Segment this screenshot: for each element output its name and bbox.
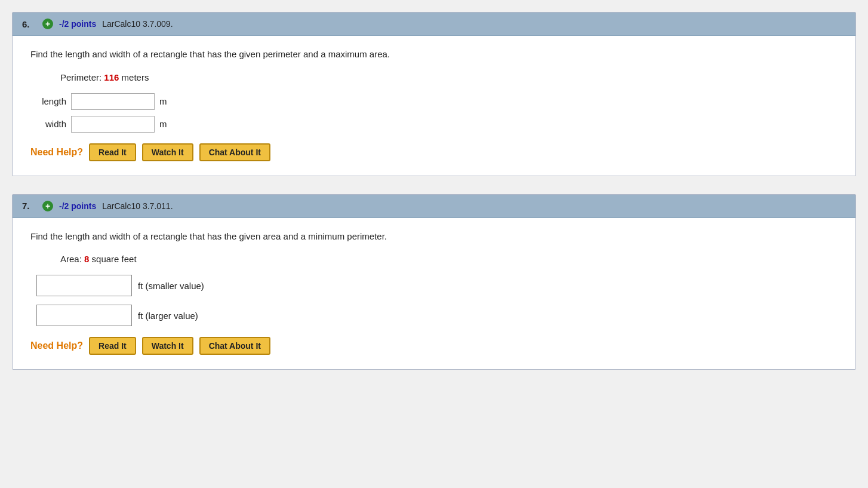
- question-7-smaller-row: ft (smaller value): [36, 275, 838, 296]
- length-input-6[interactable]: [71, 93, 155, 110]
- question-6-id: LarCalc10 3.7.009.: [102, 19, 173, 29]
- length-label-6: length: [30, 96, 66, 106]
- given-unit-6: meters: [122, 72, 149, 82]
- given-unit-7: square feet: [92, 254, 137, 264]
- question-6-length-row: length m: [30, 93, 838, 110]
- question-6-points: -/2 points: [59, 19, 96, 29]
- read-it-button-6[interactable]: Read It: [89, 143, 136, 161]
- width-label-6: width: [30, 119, 66, 129]
- need-help-label-6: Need Help?: [30, 147, 83, 158]
- question-7-points: -/2 points: [59, 201, 96, 211]
- question-7-id: LarCalc10 3.7.011.: [102, 201, 173, 211]
- smaller-unit-7: ft (smaller value): [138, 281, 204, 291]
- given-label-7: Area:: [60, 254, 82, 264]
- question-7-given: Area: 8 square feet: [60, 254, 838, 264]
- need-help-label-7: Need Help?: [30, 340, 83, 351]
- larger-input-7[interactable]: [36, 305, 132, 326]
- given-value-6: 116: [104, 72, 119, 82]
- read-it-button-7[interactable]: Read It: [89, 337, 136, 355]
- larger-unit-7: ft (larger value): [138, 311, 198, 321]
- question-6-text: Find the length and width of a rectangle…: [30, 48, 838, 62]
- question-7-block: 7. + -/2 points LarCalc10 3.7.011. Find …: [12, 194, 856, 370]
- question-6-width-row: width m: [30, 116, 838, 133]
- given-value-7: 8: [84, 254, 89, 264]
- chat-about-button-6[interactable]: Chat About It: [199, 143, 270, 161]
- question-6-given: Perimeter: 116 meters: [60, 72, 838, 82]
- question-7-number: 7.: [22, 201, 36, 211]
- question-7-header: 7. + -/2 points LarCalc10 3.7.011.: [13, 195, 855, 218]
- length-unit-6: m: [159, 96, 167, 106]
- question-7-text: Find the length and width of a rectangle…: [30, 230, 838, 244]
- question-7-body: Find the length and width of a rectangle…: [13, 218, 855, 370]
- question-6-block: 6. + -/2 points LarCalc10 3.7.009. Find …: [12, 12, 856, 176]
- question-6-help-row: Need Help? Read It Watch It Chat About I…: [30, 143, 838, 161]
- question-7-larger-row: ft (larger value): [36, 305, 838, 326]
- plus-icon-7: +: [42, 201, 53, 211]
- given-label-6: Perimeter:: [60, 72, 101, 82]
- question-6-number: 6.: [22, 19, 36, 29]
- smaller-input-7[interactable]: [36, 275, 132, 296]
- question-7-help-row: Need Help? Read It Watch It Chat About I…: [30, 337, 838, 355]
- watch-it-button-6[interactable]: Watch It: [142, 143, 193, 161]
- watch-it-button-7[interactable]: Watch It: [142, 337, 193, 355]
- chat-about-button-7[interactable]: Chat About It: [199, 337, 270, 355]
- question-6-header: 6. + -/2 points LarCalc10 3.7.009.: [13, 13, 855, 36]
- width-input-6[interactable]: [71, 116, 155, 133]
- width-unit-6: m: [159, 119, 167, 129]
- plus-icon-6: +: [42, 19, 53, 29]
- question-6-body: Find the length and width of a rectangle…: [13, 36, 855, 176]
